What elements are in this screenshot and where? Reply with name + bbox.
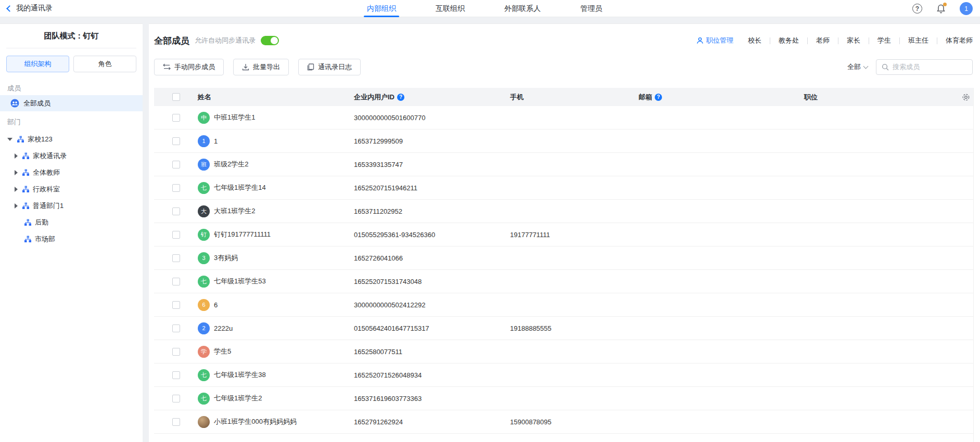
member-section-label: 成员 (0, 77, 143, 95)
table-row[interactable]: 大大班1班学生21653711202952 (154, 200, 973, 223)
select-all-checkbox[interactable] (172, 93, 180, 101)
main-header: 全部成员 允许自动同步通讯录 职位管理 校长教务处老师家长学生班主任体育老师 (154, 31, 973, 50)
role-link-学生[interactable]: 学生 (877, 36, 891, 45)
table-row[interactable]: 七七年级1班学生53165252071531743048 (154, 270, 973, 293)
table-row[interactable]: 学学生51652580077511 (154, 340, 973, 363)
table-row[interactable]: 钉钉钉191777711111015055295361-934526360191… (154, 223, 973, 246)
table-header: 姓名 企业内用户ID? 手机 邮箱? 职位 (154, 88, 973, 106)
sidebar-item-all-members[interactable]: 全部成员 (0, 95, 143, 111)
auto-sync-toggle[interactable] (261, 36, 279, 45)
table-row[interactable]: 七七年级1班学生38165252071526048934 (154, 363, 973, 387)
member-id: 01505642401647715317 (354, 324, 510, 332)
member-id: 3000000000501600770 (354, 114, 510, 122)
email-help-icon[interactable]: ? (655, 94, 662, 101)
search-icon (882, 63, 889, 71)
auto-sync-label: 允许自动同步通讯录 (195, 36, 256, 45)
row-checkbox[interactable] (172, 114, 180, 122)
row-checkbox[interactable] (172, 395, 180, 402)
chevron-down-icon (863, 63, 869, 69)
sidebar-item-label: 全部成员 (23, 99, 50, 108)
row-checkbox[interactable] (172, 278, 180, 285)
member-name: 大班1班学生2 (214, 206, 255, 216)
batch-export-button[interactable]: 批量导出 (233, 59, 289, 75)
member-id: 1653711202952 (354, 207, 510, 215)
tree-item-普通部门1[interactable]: 普通部门1 (0, 198, 143, 214)
table-row[interactable]: 22222u0150564240164771531719188885555 (154, 317, 973, 340)
row-checkbox[interactable] (172, 161, 180, 168)
tree-item-家校123[interactable]: 家校123 (0, 131, 143, 148)
help-icon[interactable]: ? (912, 4, 922, 14)
row-checkbox[interactable] (172, 254, 180, 262)
notification-bell-icon[interactable] (936, 4, 946, 14)
row-checkbox[interactable] (172, 418, 180, 426)
role-separator (899, 37, 900, 44)
row-checkbox[interactable] (172, 207, 180, 215)
tree-item-家校通讯录[interactable]: 家校通讯录 (0, 148, 143, 164)
row-checkbox[interactable] (172, 231, 180, 239)
member-avatar: 七 (198, 276, 210, 288)
tree-item-全体教师[interactable]: 全体教师 (0, 164, 143, 181)
tree-item-市场部[interactable]: 市场部 (0, 231, 143, 248)
role-button[interactable]: 角色 (73, 56, 136, 72)
tab-管理员[interactable]: 管理员 (580, 0, 602, 17)
column-settings-gear-icon[interactable] (962, 93, 970, 101)
table-row[interactable]: 中中班1班学生13000000000501600770 (154, 106, 973, 129)
collapse-arrow-icon[interactable] (15, 203, 18, 209)
role-link-校长[interactable]: 校长 (748, 36, 761, 45)
id-help-icon[interactable]: ? (397, 94, 404, 101)
member-photo-avatar (198, 416, 210, 428)
section-title: 全部成员 (154, 35, 189, 47)
member-avatar: 七 (198, 393, 210, 405)
member-id: 015055295361-934526360 (354, 231, 510, 239)
org-structure-button[interactable]: 组织架构 (6, 56, 69, 72)
user-avatar[interactable]: 1 (960, 2, 973, 15)
org-department-icon (24, 219, 32, 226)
back-button[interactable]: 我的通讯录 (7, 0, 53, 17)
row-checkbox[interactable] (172, 371, 180, 379)
role-link-体育老师[interactable]: 体育老师 (946, 36, 973, 45)
position-manage-link[interactable]: 职位管理 (696, 36, 733, 45)
row-checkbox[interactable] (172, 184, 180, 192)
member-name: 6 (214, 301, 218, 309)
manual-sync-button[interactable]: 手动同步成员 (154, 59, 224, 75)
search-box[interactable] (876, 59, 973, 75)
document-log-icon (307, 63, 314, 71)
table-row[interactable]: 七七年级1班学生1416525207151946211 (154, 176, 973, 200)
tree-item-label: 普通部门1 (33, 201, 63, 211)
top-bar: 我的通讯录 内部组织互联组织外部联系人管理员 ? 1 (0, 0, 980, 17)
table-row[interactable]: 33有妈妈1652726041066 (154, 246, 973, 270)
tree-item-行政科室[interactable]: 行政科室 (0, 181, 143, 198)
table-row[interactable]: 小班1班学生000有妈妈妈妈165279126292415900878095 (154, 410, 973, 434)
member-id: 165252071526048934 (354, 371, 510, 379)
tree-item-label: 行政科室 (33, 185, 60, 194)
department-section-label: 部门 (0, 111, 143, 129)
contact-log-button[interactable]: 通讯录日志 (298, 59, 361, 75)
role-link-家长[interactable]: 家长 (847, 36, 860, 45)
tab-内部组织[interactable]: 内部组织 (367, 0, 396, 17)
row-checkbox[interactable] (172, 301, 180, 309)
table-row[interactable]: 班班级2学生21653393135747 (154, 153, 973, 176)
tab-外部联系人[interactable]: 外部联系人 (504, 0, 541, 17)
role-link-教务处[interactable]: 教务处 (779, 36, 799, 45)
expand-arrow-icon[interactable] (7, 138, 12, 141)
row-checkbox[interactable] (172, 324, 180, 332)
collapse-arrow-icon[interactable] (15, 187, 18, 192)
member-id: 16525207151946211 (354, 184, 510, 192)
table-row[interactable]: 663000000000502412292 (154, 293, 973, 317)
table-row[interactable]: 111653712999509 (154, 129, 973, 153)
search-input[interactable] (893, 63, 960, 71)
collapse-arrow-icon[interactable] (15, 170, 18, 175)
tree-item-后勤[interactable]: 后勤 (0, 214, 143, 231)
member-name: 小班1班学生000有妈妈妈妈 (214, 417, 297, 426)
table-row[interactable]: 七七年级1班学生2165371619603773363 (154, 387, 973, 410)
role-link-班主任[interactable]: 班主任 (908, 36, 928, 45)
member-phone: 15900878095 (510, 418, 639, 426)
filter-dropdown[interactable]: 全部 (847, 62, 868, 72)
row-checkbox[interactable] (172, 348, 180, 356)
manual-sync-label: 手动同步成员 (174, 62, 215, 72)
tab-互联组织[interactable]: 互联组织 (436, 0, 465, 17)
collapse-arrow-icon[interactable] (15, 153, 18, 159)
role-link-老师[interactable]: 老师 (816, 36, 830, 45)
row-checkbox[interactable] (172, 137, 180, 145)
member-name: 中班1班学生1 (214, 113, 255, 122)
